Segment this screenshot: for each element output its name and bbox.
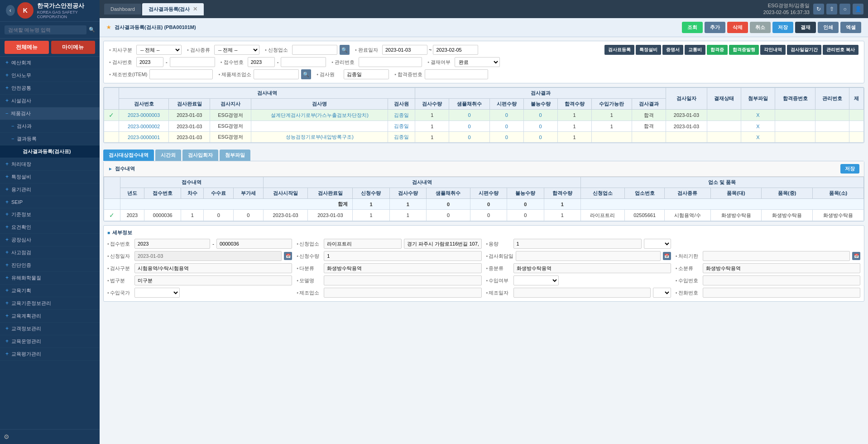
row-inspector-2[interactable]: 김종일 [388, 121, 415, 132]
main-table-container[interactable]: 검사내역 검사결과 검사일자 결재상태 첨부파일 합격증번호 관리번호 제 검사… [104, 87, 864, 143]
tab-receipt[interactable]: 검사대상접수내역 [103, 150, 154, 161]
detail-applicant-addr-input[interactable] [404, 239, 482, 249]
detail-apply-date-icon[interactable]: 📅 [284, 252, 292, 260]
detail-import-yn-select[interactable] [513, 275, 559, 285]
row-inspector-3[interactable]: 김종일 [388, 132, 415, 143]
sidebar-item-active[interactable]: 검사결과등록(검사표) [0, 145, 100, 158]
item-no-input[interactable] [149, 69, 213, 79]
sidebar-item-product[interactable]: −제품검사 [0, 107, 100, 120]
tab-close-icon[interactable]: ✕ [193, 6, 197, 12]
all-menu-button[interactable]: 전체메뉴 [5, 41, 49, 54]
transport-fee-button[interactable]: 교통비 [685, 45, 705, 55]
detail-applicant-input[interactable] [324, 239, 402, 249]
control-no-copy-button[interactable]: 관리번호 복사 [823, 45, 858, 55]
sidebar-item-container[interactable]: +용기관리 [0, 183, 100, 196]
applicant-input[interactable] [292, 45, 337, 55]
detail-import-country-select[interactable] [134, 288, 180, 298]
row-inspection-name-1[interactable]: 설계단계검사기로부(가스누출검보차단장치) [251, 110, 388, 121]
sidebar-item-specific[interactable]: +특정설비 [0, 171, 100, 183]
row-attachment-2[interactable]: X [741, 121, 775, 132]
sidebar-item-customer[interactable]: +교객정보관리 [0, 323, 100, 335]
row-sample-1[interactable]: 0 [449, 110, 489, 121]
save-button[interactable]: 저장 [772, 22, 793, 33]
detail-legal-type-input[interactable] [134, 275, 292, 285]
search-button[interactable]: 조회 [682, 22, 703, 33]
mfr-shop-input[interactable] [254, 69, 299, 79]
sidebar-item-chemical[interactable]: +유해화학물질 [0, 272, 100, 285]
sidebar-item-budget[interactable]: +예산회계 [0, 57, 100, 69]
cancel-button[interactable]: 취소 [750, 22, 771, 33]
receipt-table-container[interactable]: 접수내역 검사내역 업소 및 품목 년도 접수번호 차수 수수료 부가세 검사시… [104, 177, 864, 221]
row-inspection-no-3[interactable]: 2023-0000001 [119, 132, 168, 143]
detail-mfr-date-input[interactable] [513, 288, 651, 298]
inspection-date-button[interactable]: 검사일갈기간 [787, 45, 821, 55]
sidebar-item-edu-standard[interactable]: +교육기준정보관리 [0, 297, 100, 310]
row-specimen-3[interactable]: 0 [489, 132, 523, 143]
row-check-3[interactable] [104, 132, 119, 143]
specific-equipment-button[interactable]: 특정설비 [636, 45, 661, 55]
sidebar-item-diagnosis[interactable]: +진단인증 [0, 259, 100, 272]
receipt-save-button[interactable]: 저장 [840, 164, 859, 174]
detail-plan-date-icon[interactable]: 📅 [663, 252, 671, 260]
detail-apply-qty-input[interactable] [324, 251, 481, 261]
detail-volume-unit-select[interactable] [644, 239, 671, 249]
detail-manufacturer-input[interactable] [324, 288, 481, 298]
branch-select[interactable]: -- 전체 -- [136, 45, 182, 55]
detail-inspection-date-plan-input[interactable] [516, 251, 660, 261]
detail-import-no-input[interactable] [703, 275, 860, 285]
add-button[interactable]: 추가 [705, 22, 725, 33]
sidebar-item-safety[interactable]: +안전공통 [0, 82, 100, 95]
print-button[interactable]: 인쇄 [818, 22, 839, 33]
sidebar-item-facility[interactable]: +시설검사 [0, 95, 100, 107]
completion-date-from[interactable] [382, 45, 427, 55]
detail-processing-period-input[interactable] [703, 251, 850, 261]
receipt-no-year[interactable] [248, 57, 275, 67]
table-row[interactable]: 2023-0000002 2023-01-03 ESG경영저 김종일 1 0 0… [104, 121, 864, 132]
row-specimen-2[interactable]: 0 [489, 121, 523, 132]
row-check-2[interactable] [104, 121, 119, 132]
detail-volume-input[interactable] [513, 239, 642, 249]
row-attachment-1[interactable]: X [741, 110, 775, 121]
refresh-icon[interactable]: ↻ [813, 4, 824, 14]
certificate-button[interactable]: 증명서 [662, 45, 683, 55]
delete-button[interactable]: 삭제 [727, 22, 748, 33]
sidebar-item-processing[interactable]: +처리대장 [0, 158, 100, 171]
inspection-type-select[interactable]: -- 전제 -- [214, 45, 259, 55]
receipt-no-num[interactable] [281, 57, 326, 67]
approve-button[interactable]: 결재 [795, 22, 816, 33]
sidebar-item-factory[interactable]: +공장심사 [0, 234, 100, 246]
nav-back-button[interactable]: ‹ [6, 5, 15, 16]
detail-phone-input[interactable] [703, 288, 860, 298]
sidebar-search-icon[interactable]: 🔍 [89, 27, 95, 33]
sidebar-item-edu-schedule[interactable]: +교육계획관리 [0, 310, 100, 323]
pass-cert-issue-button[interactable]: 합격증발행 [729, 45, 759, 55]
inspection-form-button[interactable]: 검사표등록 [604, 45, 634, 55]
row-fail-1[interactable]: 0 [523, 110, 557, 121]
completion-date-to[interactable] [433, 45, 478, 55]
receipt-row[interactable]: ✓ 2023 0000036 1 0 0 2023-01-03 2023-01-… [104, 210, 864, 221]
inspector-input[interactable] [344, 69, 389, 79]
sidebar-item-hr[interactable]: +인사노무 [0, 69, 100, 82]
excel-button[interactable]: 엑셀 [840, 22, 861, 33]
inspection-no-num[interactable] [170, 57, 215, 67]
approval-status-select[interactable]: 완료 미완료 전체 [455, 57, 500, 67]
detail-mid-type-input[interactable] [513, 263, 671, 273]
star-icon[interactable]: ★ [106, 24, 111, 30]
detail-model-input[interactable] [324, 275, 481, 285]
row-specimen-1[interactable]: 0 [489, 110, 523, 121]
row-fail-3[interactable]: 0 [523, 132, 557, 143]
tab-overtime[interactable]: 시간외 [155, 150, 181, 161]
detail-apply-date-input[interactable] [134, 251, 282, 261]
sidebar-item-edu-eval[interactable]: +교육평가관리 [0, 348, 100, 361]
settings-icon[interactable]: ⚙ [4, 433, 10, 440]
pass-cert-no-input[interactable] [425, 69, 488, 79]
detail-mfr-date-select[interactable] [653, 288, 671, 298]
bell-icon[interactable]: ○ [839, 4, 850, 14]
inspection-no-year[interactable] [136, 57, 163, 67]
row-attachment-3[interactable]: X [741, 132, 775, 143]
sidebar-item-requirement[interactable]: +요건확인 [0, 221, 100, 234]
tab-attachment[interactable]: 첨부파일 [220, 150, 250, 161]
sidebar-item-edu-operation[interactable]: +교육운영관리 [0, 335, 100, 348]
detail-receipt-num-input[interactable] [216, 239, 292, 249]
row-inspection-name-3[interactable]: 성능검정기로부(내압방록구조) [251, 132, 388, 143]
